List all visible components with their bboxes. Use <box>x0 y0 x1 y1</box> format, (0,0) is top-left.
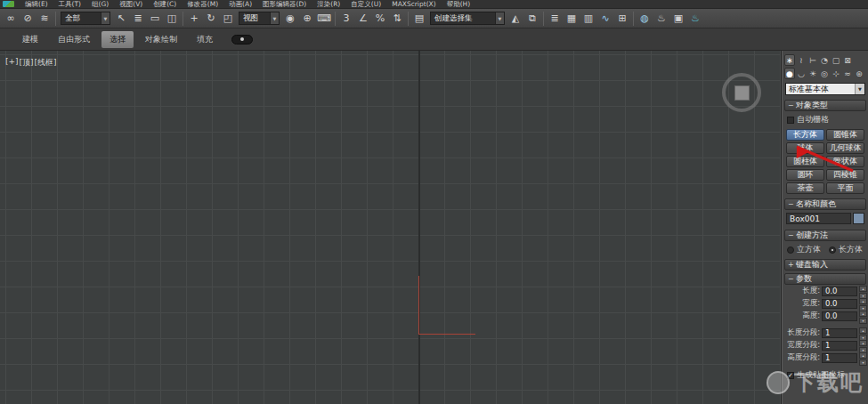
object-type-button[interactable]: 圆环 <box>786 169 824 181</box>
render-setup-icon[interactable]: ♨ <box>653 11 669 27</box>
select-and-scale-icon[interactable]: ◰ <box>220 11 236 27</box>
viewport-menu-view[interactable]: [顶] <box>20 57 34 69</box>
curve-editor-icon[interactable]: ∿ <box>597 11 613 27</box>
subtab-lights[interactable]: ☀ <box>807 68 818 79</box>
menu-item[interactable]: 图形编辑器(D) <box>257 0 312 9</box>
rollout-parameters[interactable]: − 参数 <box>784 273 866 285</box>
menu-item[interactable]: 组(G) <box>86 0 114 9</box>
spinner-snap-icon[interactable]: ⇅ <box>389 11 405 27</box>
schematic-view-icon[interactable]: ⊞ <box>614 11 630 27</box>
ribbon-tab[interactable]: 建模 <box>14 31 46 48</box>
mirror-icon[interactable]: ◭ <box>507 11 523 27</box>
rectangular-selection-region-icon[interactable]: ▭ <box>147 11 163 27</box>
material-editor-icon[interactable]: ◍ <box>637 11 653 27</box>
creation-method-option[interactable]: 长方体 <box>829 244 863 255</box>
subtab-cameras[interactable]: ◎ <box>819 68 830 79</box>
select-by-name-icon[interactable]: ≣ <box>130 11 146 27</box>
menu-item[interactable]: 工具(T) <box>53 0 86 9</box>
parameter-input[interactable]: 1 <box>822 328 857 338</box>
tab-hierarchy[interactable]: ⊢ <box>807 54 818 66</box>
parameter-input[interactable]: 0.0 <box>822 311 857 321</box>
scene-explorer-icon[interactable]: ≣ <box>547 11 563 27</box>
parameter-input[interactable]: 0.0 <box>822 287 857 296</box>
viewport-menu-shading[interactable]: [线框] <box>35 57 57 69</box>
select-object-icon[interactable]: ↖ <box>113 11 129 27</box>
spinner-arrows[interactable] <box>859 327 867 338</box>
select-and-rotate-icon[interactable]: ↻ <box>203 11 219 27</box>
tab-motion[interactable]: ◔ <box>819 54 830 66</box>
spinner-arrows[interactable] <box>859 340 867 351</box>
percent-snap-icon[interactable]: % <box>372 11 388 27</box>
ribbon-minimize-toggle[interactable] <box>231 35 253 44</box>
object-type-button[interactable]: 四棱锥 <box>826 169 864 181</box>
generate-mapping-coords-checkbox[interactable]: ✓ <box>787 372 794 379</box>
menu-item[interactable]: 视图(V) <box>114 0 148 9</box>
subtab-systems[interactable]: ⊛ <box>854 68 864 79</box>
tab-display[interactable]: ▢ <box>831 54 841 66</box>
tab-modify[interactable]: ≀ <box>796 54 807 66</box>
subtab-geometry[interactable]: ● <box>784 68 795 79</box>
tab-create[interactable]: ∗ <box>784 54 795 66</box>
menu-item[interactable]: 渲染(R) <box>312 0 345 9</box>
parameter-input[interactable]: 1 <box>822 353 857 363</box>
keyboard-shortcut-override-icon[interactable]: ⌨ <box>316 11 332 27</box>
parameter-input[interactable]: 1 <box>822 341 857 351</box>
app-logo-icon[interactable] <box>3 1 14 7</box>
rollout-name-color[interactable]: − 名称和颜色 <box>784 198 866 210</box>
use-pivot-point-center-icon[interactable]: ◉ <box>282 11 298 27</box>
selection-filter-dropdown[interactable]: 全部▼ <box>61 12 110 25</box>
select-and-manipulate-icon[interactable]: ⊕ <box>299 11 315 27</box>
spinner-arrows[interactable] <box>859 286 867 296</box>
menu-item[interactable]: 创建(C) <box>148 0 182 9</box>
reference-coordinate-dropdown[interactable]: 视图▼ <box>239 12 280 25</box>
parameter-input[interactable]: 0.0 <box>822 299 857 309</box>
unlink-selection-icon[interactable]: ⊘ <box>20 11 36 27</box>
named-selection-sets-dropdown[interactable]: 创建选择集▼ <box>430 12 505 25</box>
object-type-button[interactable]: 管状体 <box>826 156 864 167</box>
layer-manager-icon[interactable]: ▦ <box>564 11 580 27</box>
select-and-link-icon[interactable]: ∞ <box>3 11 19 27</box>
spinner-arrows[interactable] <box>859 298 867 309</box>
angle-snap-icon[interactable]: ∠ <box>355 11 371 27</box>
rollout-object-type[interactable]: − 对象类型 <box>784 100 866 111</box>
subtab-space-warps[interactable]: ≈ <box>842 68 853 79</box>
align-icon[interactable]: ⧉ <box>524 11 540 27</box>
object-type-button[interactable]: 球体 <box>786 142 824 154</box>
ribbon-tab[interactable]: 自由形式 <box>50 31 98 48</box>
menu-item[interactable]: MAXScript(X) <box>386 0 441 8</box>
bind-to-space-warp-icon[interactable]: ≋ <box>37 11 53 27</box>
menu-item[interactable]: 修改器(M) <box>182 0 223 9</box>
window-crossing-icon[interactable]: ◫ <box>164 11 180 27</box>
object-type-button[interactable]: 圆锥体 <box>826 129 864 141</box>
object-color-swatch[interactable] <box>853 213 864 224</box>
subtab-helpers[interactable]: ⊹ <box>831 68 841 79</box>
rendered-frame-window-icon[interactable]: ▣ <box>670 11 686 27</box>
object-name-input[interactable]: Box001 <box>786 213 851 224</box>
object-type-button[interactable]: 茶壶 <box>786 182 824 194</box>
primitive-category-dropdown[interactable]: 标准基本体 ▼ <box>785 83 865 95</box>
menu-item[interactable]: 自定义(U) <box>345 0 386 9</box>
graphite-ribbon-icon[interactable]: ▥ <box>580 11 596 27</box>
object-type-button[interactable]: 圆柱体 <box>786 156 824 167</box>
autogrid-checkbox[interactable] <box>787 117 794 124</box>
viewcube-top-face[interactable] <box>734 85 750 101</box>
ribbon-tab[interactable]: 填充 <box>189 31 221 48</box>
render-production-icon[interactable]: ♨ <box>687 11 703 27</box>
viewport-menu-plus[interactable]: [+] <box>5 57 19 69</box>
ribbon-tab[interactable]: 对象绘制 <box>137 31 185 48</box>
rollout-keyboard-entry[interactable]: + 键盘输入 <box>784 259 866 271</box>
object-type-button[interactable]: 平面 <box>826 182 864 194</box>
creation-method-option[interactable]: 立方体 <box>787 244 821 255</box>
menu-item[interactable]: 动画(A) <box>223 0 257 9</box>
edit-named-selection-sets-icon[interactable]: ▤ <box>411 11 427 27</box>
subtab-shapes[interactable]: ◡ <box>796 68 807 79</box>
tab-utilities[interactable]: ⊠ <box>842 54 853 66</box>
spinner-arrows[interactable] <box>859 352 867 363</box>
snaps-toggle-icon[interactable]: 3 <box>338 11 354 27</box>
object-type-button[interactable]: 长方体 <box>786 129 824 141</box>
rollout-creation-method[interactable]: − 创建方法 <box>784 230 866 241</box>
menu-item[interactable]: 帮助(H) <box>442 0 476 9</box>
menu-item[interactable]: 编辑(E) <box>20 0 53 9</box>
ribbon-tab[interactable]: 选择 <box>101 31 134 48</box>
object-type-button[interactable]: 几何球体 <box>826 142 864 154</box>
